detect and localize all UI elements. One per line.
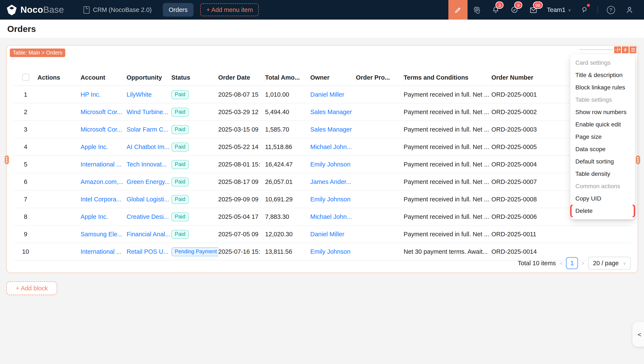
- block-resize-handle-right[interactable]: [636, 156, 640, 164]
- select-all-checkbox[interactable]: [22, 74, 29, 81]
- account-link[interactable]: Amazon.com,...: [81, 178, 123, 185]
- column-header-actions[interactable]: Actions: [38, 69, 81, 86]
- opportunity-link[interactable]: LilyWhite: [127, 91, 152, 98]
- column-header-total-amount[interactable]: Total Amo...: [265, 69, 310, 86]
- account-link[interactable]: Apple Inc.: [81, 213, 108, 220]
- actions-cell: [38, 86, 81, 103]
- block-resize-handle-left[interactable]: [5, 156, 9, 164]
- chevron-down-icon: ∨: [623, 261, 626, 266]
- status-badge: Paid: [171, 108, 189, 116]
- status-badge: Paid: [171, 90, 189, 99]
- linkage-rules-button[interactable]: [622, 46, 629, 53]
- menu-item-delete[interactable]: Delete: [570, 205, 635, 217]
- status-cell: Paid: [171, 190, 218, 208]
- order-date-cell: 2025-08-17 09: [218, 173, 265, 190]
- add-menu-item-button[interactable]: + Add menu item: [200, 4, 259, 16]
- owner-link[interactable]: Emily Johnson: [310, 248, 351, 255]
- question-icon: ?: [607, 6, 615, 14]
- owner-link[interactable]: Daniel Miller: [310, 231, 344, 238]
- menu-item-show-row-numbers[interactable]: Show row numbers: [570, 106, 635, 118]
- tab-orders[interactable]: Orders: [163, 3, 194, 16]
- order-progress-cell: [356, 190, 404, 208]
- column-header-owner[interactable]: Owner: [310, 69, 356, 86]
- search-button[interactable]: [575, 0, 594, 20]
- messages-badge: 98: [534, 2, 542, 8]
- opportunity-link[interactable]: Retail POS U...: [127, 248, 169, 255]
- workspace-switcher[interactable]: CRM (NocoBase 2.0): [84, 6, 152, 14]
- total-amount-cell: 1,585.70: [265, 121, 310, 138]
- owner-link[interactable]: Emily Johnson: [310, 196, 351, 203]
- account-link[interactable]: Microsoft Cor...: [81, 126, 122, 133]
- pagination-prev-button[interactable]: ‹: [560, 259, 562, 267]
- opportunity-link[interactable]: Financial Anal...: [127, 231, 170, 238]
- navbar-divider: [597, 6, 598, 13]
- opportunity-link[interactable]: Tech Innovat...: [127, 161, 167, 168]
- tasks-button[interactable]: 9: [505, 0, 524, 20]
- column-header-opportunity[interactable]: Opportunity: [127, 69, 171, 86]
- menu-item-table-density[interactable]: Table density: [570, 168, 635, 180]
- status-cell: Paid: [171, 103, 218, 121]
- opportunity-cell: LilyWhite: [127, 86, 171, 103]
- help-button[interactable]: ?: [601, 0, 620, 20]
- menu-item-data-scope[interactable]: Data scope: [570, 143, 635, 156]
- menu-item-default-sorting[interactable]: Default sorting: [570, 156, 635, 168]
- team-label: Team1: [547, 6, 565, 13]
- status-badge: Paid: [171, 125, 189, 134]
- account-link[interactable]: International ...: [81, 161, 121, 168]
- owner-link[interactable]: Emily Johnson: [310, 161, 351, 168]
- menu-item-copy-uid[interactable]: Copy UID: [570, 192, 635, 205]
- notifications-button[interactable]: 3: [486, 0, 505, 20]
- opportunity-link[interactable]: Wind Turbine...: [127, 108, 168, 115]
- settings-gear-button[interactable]: [468, 0, 486, 20]
- column-header-order-progress[interactable]: Order Pro...: [356, 69, 404, 86]
- order-date-cell: 2025-07-05 09: [218, 226, 265, 243]
- account-link[interactable]: Apple Inc.: [81, 144, 108, 150]
- opportunity-link[interactable]: AI Chatbot Im...: [127, 144, 170, 150]
- pagination-next-button[interactable]: ›: [582, 259, 584, 267]
- column-header-terms[interactable]: Terms and Conditions: [404, 69, 491, 86]
- owner-link[interactable]: Sales Manager: [310, 126, 352, 133]
- messages-button[interactable]: 98: [524, 0, 543, 20]
- status-badge: Pending Payment: [171, 247, 218, 256]
- menu-item-enable-quick-edit[interactable]: Enable quick edit: [570, 118, 635, 131]
- ui-editor-button[interactable]: [448, 0, 468, 20]
- owner-link[interactable]: James Ander...: [310, 178, 351, 185]
- table-row: 3Microsoft Cor...Solar Farm C...Paid2025…: [14, 121, 631, 138]
- opportunity-cell: Retail POS U...: [127, 243, 171, 260]
- account-link[interactable]: HP Inc.: [81, 91, 101, 98]
- page-size-value: 20 / page: [593, 260, 619, 266]
- status-badge: Paid: [171, 177, 189, 186]
- owner-link[interactable]: Sales Manager: [310, 108, 352, 115]
- sidebar-collapse-tab[interactable]: <: [632, 322, 644, 346]
- column-header-order-date[interactable]: Order Date: [218, 69, 265, 86]
- nocobase-logo[interactable]: NocoBase: [6, 4, 64, 16]
- opportunity-link[interactable]: Creative Desi...: [127, 213, 169, 220]
- actions-cell: [38, 103, 81, 121]
- owner-link[interactable]: Michael John...: [310, 144, 352, 150]
- account-link[interactable]: Intel Corpora...: [81, 196, 121, 203]
- menu-item-block-linkage-rules[interactable]: Block linkage rules: [570, 81, 635, 94]
- account-link[interactable]: Microsoft Cor...: [81, 108, 122, 115]
- owner-link[interactable]: Daniel Miller: [310, 91, 344, 98]
- actions-cell: [38, 190, 81, 208]
- table-row: 6Amazon.com,...Green Energy...Paid2025-0…: [14, 173, 631, 190]
- team-selector[interactable]: Team1 ∨: [547, 6, 571, 13]
- block-settings-menu-button[interactable]: [629, 46, 636, 53]
- menu-item-title-description[interactable]: Title & description: [570, 69, 635, 81]
- column-header-account[interactable]: Account: [81, 69, 127, 86]
- opportunity-link[interactable]: Green Energy...: [127, 178, 170, 185]
- opportunity-link[interactable]: Solar Farm C...: [127, 126, 169, 133]
- drag-move-button[interactable]: [614, 46, 621, 53]
- user-button[interactable]: [620, 0, 639, 20]
- owner-link[interactable]: Michael John...: [310, 213, 352, 220]
- account-link[interactable]: International ...: [81, 248, 121, 255]
- account-link[interactable]: Samsung Ele...: [81, 231, 123, 238]
- opportunity-link[interactable]: Global Logisti...: [127, 196, 169, 203]
- add-block-button[interactable]: + Add block: [7, 282, 57, 295]
- column-header-status[interactable]: Status: [171, 69, 218, 86]
- pagination-page-1[interactable]: 1: [566, 257, 578, 269]
- row-number-cell: 7: [14, 190, 38, 208]
- page-size-select[interactable]: 20 / page ∨: [588, 257, 631, 270]
- menu-item-page-size[interactable]: Page size: [570, 131, 635, 143]
- terms-cell: Payment received in full. Net ...: [404, 86, 491, 103]
